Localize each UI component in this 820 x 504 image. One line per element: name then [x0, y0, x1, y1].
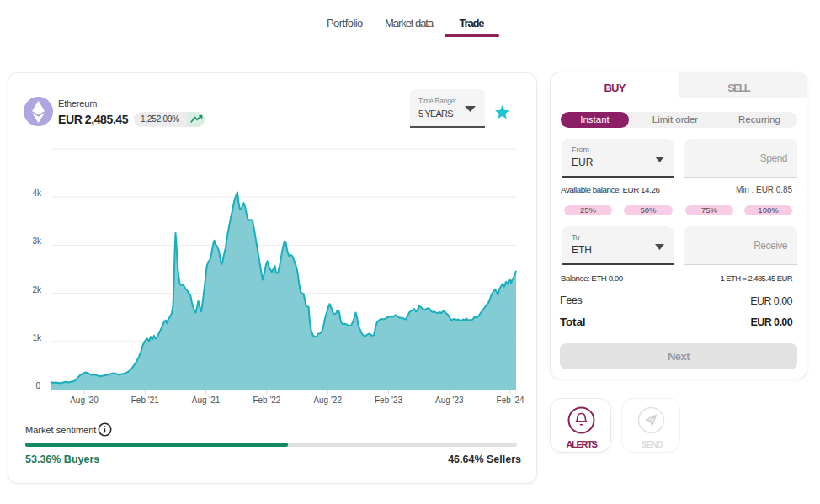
svg-text:Feb '21: Feb '21: [131, 395, 159, 405]
svg-text:Feb '23: Feb '23: [375, 395, 402, 405]
svg-text:0: 0: [35, 381, 40, 390]
svg-text:1k: 1k: [32, 333, 42, 342]
svg-text:Aug '21: Aug '21: [192, 395, 221, 405]
svg-text:3k: 3k: [32, 236, 42, 246]
svg-text:2k: 2k: [32, 285, 42, 294]
svg-text:Feb '24: Feb '24: [497, 395, 524, 405]
svg-text:4k: 4k: [32, 188, 42, 198]
svg-text:Feb '22: Feb '22: [253, 395, 280, 405]
svg-text:Aug '20: Aug '20: [70, 395, 99, 405]
svg-text:Aug '22: Aug '22: [313, 395, 342, 405]
svg-text:Aug '23: Aug '23: [435, 395, 464, 405]
